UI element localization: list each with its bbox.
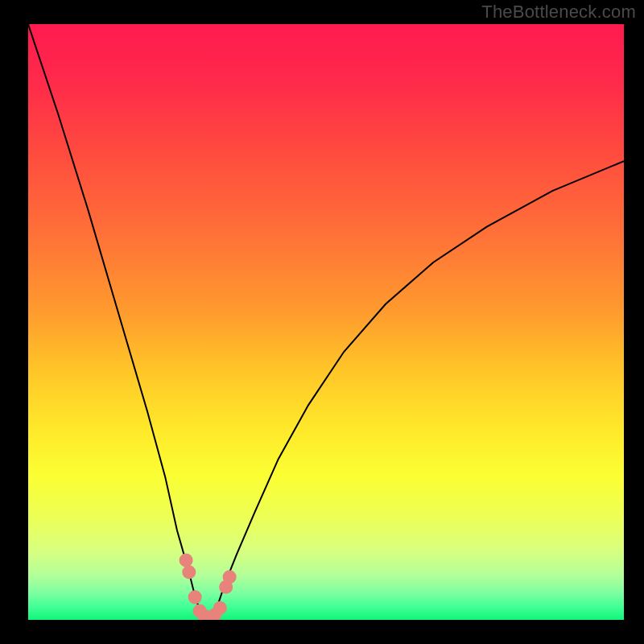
highlight-dot [223,570,237,584]
watermark-text: TheBottleneck.com [481,2,636,23]
highlight-dot [182,565,196,579]
chart-frame: TheBottleneck.com [0,0,644,644]
bottleneck-chart [28,24,624,620]
highlight-dot [180,553,193,567]
highlight-dot [188,590,202,604]
highlight-dot [213,601,227,615]
gradient-background [28,24,624,620]
